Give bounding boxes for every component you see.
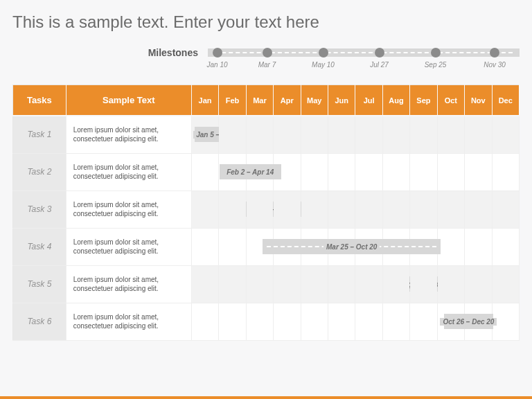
month-cell: [465, 303, 492, 340]
task-desc: Lorem ipsum dolor sit amet, consectetuer…: [66, 116, 191, 153]
month-cell: [274, 228, 301, 265]
month-cell: [382, 228, 409, 265]
month-cell: [437, 228, 464, 265]
task-name: Task 2: [13, 153, 66, 190]
footer-accent: [0, 396, 532, 399]
month-cell: Aug 22 – Nov 15: [191, 265, 218, 303]
month-cell: [382, 116, 409, 153]
month-cell: [382, 265, 409, 303]
col-header-month: Aug: [382, 85, 409, 116]
milestone-dot: [263, 48, 272, 57]
month-cell: [465, 265, 492, 303]
month-cell: [355, 265, 382, 303]
month-cell: [382, 153, 409, 190]
month-cell: [437, 190, 464, 228]
month-cell: [492, 228, 520, 265]
milestone-date: Jul 27: [370, 61, 389, 69]
month-cell: [219, 116, 246, 153]
col-header-month: May: [301, 85, 328, 116]
milestone-date: Sep 25: [425, 61, 447, 69]
milestone-date: Jan 10: [206, 61, 227, 69]
col-header-month: Mar: [246, 85, 273, 116]
col-header-month: Jan: [191, 85, 218, 116]
month-cell: [246, 228, 273, 265]
milestone-dot: [375, 48, 384, 57]
month-cell: [465, 153, 492, 190]
month-cell: [274, 265, 301, 303]
month-cell: [492, 153, 520, 190]
month-cell: [274, 116, 301, 153]
col-header-month: Sep: [410, 85, 437, 116]
month-cell: [246, 303, 273, 340]
month-cell: [465, 190, 492, 228]
table-row: Task 3Lorem ipsum dolor sit amet, consec…: [13, 190, 520, 228]
task-name: Task 4: [13, 228, 66, 265]
month-cell: [355, 190, 382, 228]
col-header-month: Jun: [328, 85, 355, 116]
month-cell: [328, 303, 355, 340]
milestone-date: Nov 30: [484, 61, 506, 69]
col-header-month: Dec: [492, 85, 520, 116]
month-cell: [410, 265, 437, 303]
month-cell: [274, 303, 301, 340]
task-desc: Lorem ipsum dolor sit amet, consectetuer…: [66, 190, 191, 228]
milestones-label: Milestones: [90, 47, 208, 58]
month-cell: [465, 228, 492, 265]
month-cell: Oct 26 – Dec 20: [191, 303, 218, 340]
month-cell: [219, 228, 246, 265]
month-cell: [274, 190, 301, 228]
month-cell: [355, 303, 382, 340]
month-cell: [410, 228, 437, 265]
month-cell: [274, 153, 301, 190]
month-cell: [219, 265, 246, 303]
month-cell: [410, 153, 437, 190]
task-desc: Lorem ipsum dolor sit amet, consectetuer…: [66, 265, 191, 303]
month-cell: [301, 116, 328, 153]
milestone-dot: [213, 48, 222, 57]
month-cell: Feb 2 – Apr 14: [191, 153, 218, 190]
col-header-tasks: Tasks: [13, 85, 66, 116]
month-cell: [246, 190, 273, 228]
col-header-month: Oct: [437, 85, 464, 116]
month-cell: [246, 265, 273, 303]
task-desc: Lorem ipsum dolor sit amet, consectetuer…: [66, 303, 191, 340]
month-cell: [328, 190, 355, 228]
month-cell: [437, 265, 464, 303]
milestone-dot: [431, 48, 441, 57]
table-row: Task 5Lorem ipsum dolor sit amet, consec…: [13, 265, 520, 303]
milestone-track: Jan 10Mar 7May 10Jul 27Sep 25Nov 30: [208, 48, 520, 57]
month-cell: [382, 190, 409, 228]
milestones-row: Milestones Jan 10Mar 7May 10Jul 27Sep 25…: [90, 47, 520, 58]
month-cell: [301, 228, 328, 265]
month-cell: [437, 153, 464, 190]
month-cell: [355, 153, 382, 190]
month-cell: [410, 190, 437, 228]
page-title: This is a sample text. Enter your text h…: [12, 12, 520, 32]
month-cell: [492, 303, 520, 340]
task-name: Task 1: [13, 116, 66, 153]
month-cell: [437, 116, 464, 153]
month-cell: [219, 303, 246, 340]
month-cell: [328, 153, 355, 190]
month-cell: [492, 190, 520, 228]
month-cell: Mar 25 – Oct 20: [191, 228, 218, 265]
col-header-month: Apr: [274, 85, 301, 116]
month-cell: [246, 116, 273, 153]
table-row: Task 4Lorem ipsum dolor sit amet, consec…: [13, 228, 520, 265]
month-cell: [246, 153, 273, 190]
col-header-month: Nov: [465, 85, 492, 116]
milestone-dot: [319, 48, 328, 57]
milestone-date: May 10: [312, 61, 335, 69]
month-cell: Jan 5 – Mar 1: [191, 116, 218, 153]
month-cell: [492, 265, 520, 303]
month-cell: [301, 153, 328, 190]
month-cell: [437, 303, 464, 340]
month-cell: [410, 116, 437, 153]
month-cell: [382, 303, 409, 340]
month-cell: [355, 228, 382, 265]
month-cell: [219, 153, 246, 190]
month-cell: [492, 116, 520, 153]
table-row: Task 6Lorem ipsum dolor sit amet, consec…: [13, 303, 520, 340]
task-name: Task 6: [13, 303, 66, 340]
col-header-desc: Sample Text: [66, 85, 191, 116]
